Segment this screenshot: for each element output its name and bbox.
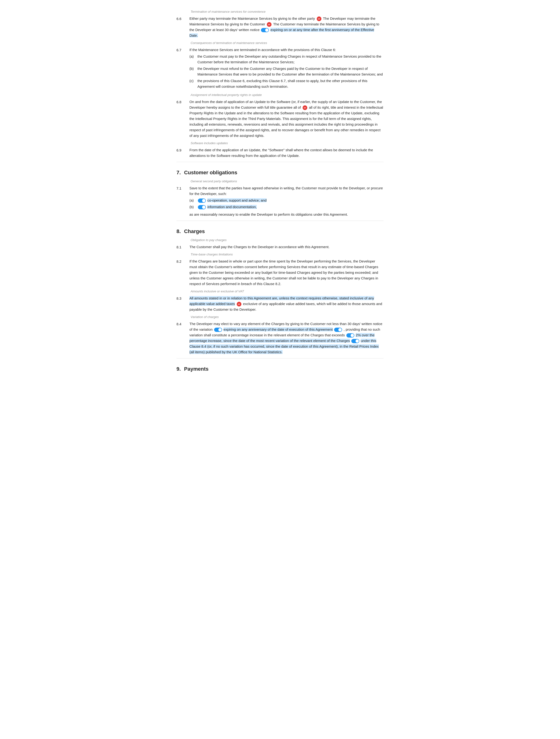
toggle-knob-6-6	[265, 28, 268, 32]
clause-6-7-number: 6.7	[176, 47, 189, 90]
toggle-8-4-c[interactable]	[346, 333, 355, 337]
toggle-knob-7-1-b	[202, 205, 205, 209]
toggle-knob-7-1-a	[202, 199, 205, 202]
clause-6-6: 6.6 Either party may terminate the Maint…	[176, 16, 384, 38]
toggle-8-4-a[interactable]	[214, 328, 222, 332]
clause-8-4-number: 8.4	[176, 321, 189, 355]
clause-7-1-a-label: (a)	[189, 197, 195, 203]
clause-7-1-list: (a) co-operation, support and advice; an…	[189, 197, 384, 210]
divider-section-8	[176, 220, 384, 221]
clause-6-8-body: On and from the date of application of a…	[189, 99, 384, 139]
clause-7-1-a: (a) co-operation, support and advice; an…	[189, 197, 384, 203]
clause-6-7-a-text: the Customer must pay to the Developer a…	[197, 54, 384, 65]
clause-6-9-body: From the date of the application of an U…	[189, 147, 384, 159]
clause-6-7: 6.7 If the Maintenance Services are term…	[176, 47, 384, 90]
subtitle-amounts-vat: Amounts inclusive or exclusive of VAT	[176, 289, 384, 294]
subtitle-variation: Variation of charges	[176, 315, 384, 320]
toggle-track-8-4-d	[351, 339, 359, 343]
toggle-knob-8-4-c	[351, 334, 354, 337]
toggle-track-8-4-c	[346, 333, 355, 337]
toggle-8-4-b[interactable]	[334, 328, 342, 332]
section-9-title: Payments	[184, 365, 208, 373]
clause-6-7-body: If the Maintenance Services are terminat…	[189, 47, 384, 90]
clause-7-1-post: as are reasonably necessary to enable th…	[189, 212, 384, 217]
clause-6-8-number: 6.8	[176, 99, 189, 139]
toggle-track-8-4-b	[334, 328, 342, 332]
or-badge-1: or	[317, 16, 321, 21]
subtitle-time-base: Time-base charges limitations	[176, 252, 384, 257]
clause-7-1-b: (b) information and documentation,	[189, 204, 384, 210]
clause-7-1-number: 7.1	[176, 185, 189, 217]
subtitle-assignment-ip: Assignment of intellectual property righ…	[176, 93, 384, 98]
clause-6-9: 6.9 From the date of the application of …	[176, 147, 384, 159]
clause-6-6-body: Either party may terminate the Maintenan…	[189, 16, 384, 38]
clause-6-9-number: 6.9	[176, 147, 189, 159]
clause-6-6-number: 6.6	[176, 16, 189, 38]
clause-6-7-b-text: the Developer must refund to the Custome…	[197, 66, 384, 77]
subtitle-general-second: General second party obligations	[176, 179, 384, 184]
clause-8-3-number: 8.3	[176, 295, 189, 312]
clause-6-7-c-label: (c)	[189, 78, 195, 90]
toggle-knob-8-4-d	[356, 339, 359, 343]
toggle-knob-8-4-a	[218, 328, 222, 331]
clause-8-4: 8.4 The Developer may elect to vary any …	[176, 321, 384, 355]
divider-section-7	[176, 162, 384, 162]
section-8-heading: 8. Charges	[176, 228, 384, 236]
clause-7-1-b-content: information and documentation,	[197, 204, 257, 210]
section-9-heading: 9. Payments	[176, 365, 384, 373]
clause-8-4-text-mid1: expiring on any anniversary of the date …	[224, 327, 333, 331]
clause-6-7-b-label: (b)	[189, 66, 195, 77]
clause-6-7-c-text: the provisions of this Clause 6, excludi…	[197, 78, 384, 90]
clause-6-7-c: (c) the provisions of this Clause 6, exc…	[189, 78, 384, 90]
subtitle-software-updates: Software includes updates	[176, 141, 384, 146]
clause-7-1-intro: Save to the extent that the parties have…	[189, 186, 383, 196]
clause-7-1-b-label: (b)	[189, 204, 195, 210]
clause-8-1-body: The Customer shall pay the Charges to th…	[189, 244, 384, 250]
toggle-track-7-1-b	[198, 205, 206, 209]
subtitle-consequences: Consequences of termination of maintenan…	[176, 41, 384, 46]
clause-7-1-a-text: co-operation, support and advice; and	[207, 198, 267, 202]
clause-8-2-number: 8.2	[176, 259, 189, 287]
clause-6-6-text-pre: Either party may terminate the Maintenan…	[189, 16, 315, 20]
clause-8-3-body: All amounts stated in or in relation to …	[189, 295, 384, 312]
toggle-track-7-1-a	[198, 198, 206, 203]
clause-6-7-list: (a) the Customer must pay to the Develop…	[189, 54, 384, 90]
section-7-title: Customer obligations	[184, 169, 237, 177]
clause-8-4-body: The Developer may elect to vary any elem…	[189, 321, 384, 355]
or-badge-2: or	[267, 22, 272, 27]
clause-8-2: 8.2 If the Charges are based in whole or…	[176, 259, 384, 287]
toggle-7-1-b[interactable]	[198, 205, 206, 209]
clause-6-7-a: (a) the Customer must pay to the Develop…	[189, 54, 384, 65]
clause-8-2-body: If the Charges are based in whole or par…	[189, 259, 384, 287]
toggle-knob-8-4-b	[338, 328, 342, 331]
toggle-7-1-a[interactable]	[198, 198, 206, 203]
clause-6-7-intro: If the Maintenance Services are terminat…	[189, 48, 336, 52]
section-9-num: 9.	[176, 365, 181, 373]
subtitle-obligation-pay: Obligation to pay charges	[176, 238, 384, 243]
clause-6-8: 6.8 On and from the date of application …	[176, 99, 384, 139]
clause-7-1-b-text: information and documentation,	[207, 205, 257, 209]
or-badge-3: or	[303, 105, 307, 110]
section-7-num: 7.	[176, 169, 181, 177]
divider-section-9	[176, 358, 384, 358]
section-8-title: Charges	[184, 228, 205, 236]
clause-6-7-b: (b) the Developer must refund to the Cus…	[189, 66, 384, 77]
section-7-heading: 7. Customer obligations	[176, 169, 384, 177]
clause-7-1-a-content: co-operation, support and advice; and	[197, 197, 267, 203]
or-badge-4: or	[237, 302, 242, 306]
section-8-num: 8.	[176, 228, 181, 236]
clause-6-7-a-label: (a)	[189, 54, 195, 65]
clause-7-1: 7.1 Save to the extent that the parties …	[176, 185, 384, 217]
clause-7-1-body: Save to the extent that the parties have…	[189, 185, 384, 217]
clause-6-8-text-post: all of its right, title and interest in …	[189, 105, 383, 138]
subtitle-termination-convenience: Termination of maintenance services for …	[176, 9, 384, 14]
toggle-track-8-4-a	[214, 328, 222, 332]
toggle-8-4-d[interactable]	[351, 339, 359, 343]
clause-8-3: 8.3 All amounts stated in or in relation…	[176, 295, 384, 312]
toggle-6-6[interactable]	[261, 28, 269, 32]
clause-8-1: 8.1 The Customer shall pay the Charges t…	[176, 244, 384, 250]
toggle-track-6-6	[261, 28, 269, 32]
clause-8-1-number: 8.1	[176, 244, 189, 250]
